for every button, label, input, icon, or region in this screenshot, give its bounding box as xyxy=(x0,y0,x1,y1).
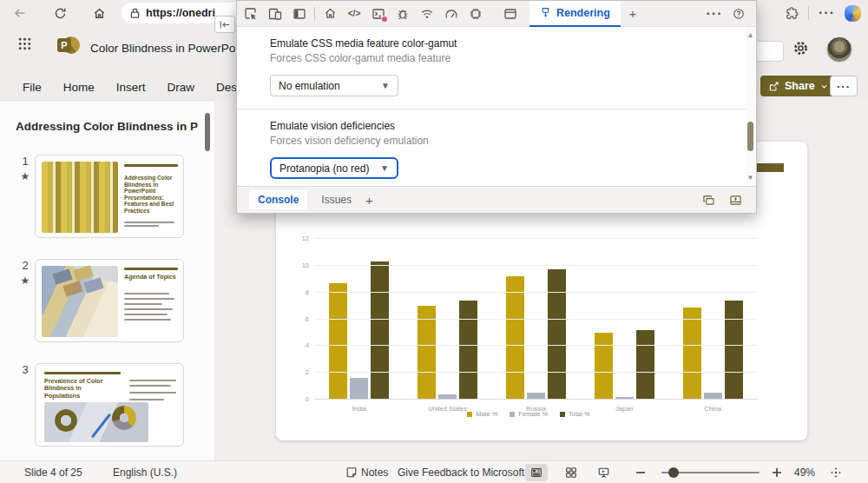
bar-total-india[interactable] xyxy=(371,261,389,400)
scroll-up-icon[interactable]: ▲ xyxy=(746,31,755,39)
legend-item: Female % xyxy=(510,410,548,418)
share-label: Share xyxy=(785,80,815,92)
collapse-panel-button[interactable] xyxy=(214,16,235,33)
notes-icon[interactable] xyxy=(344,464,359,481)
fit-to-window-icon[interactable] xyxy=(825,464,847,481)
bar-male-russia[interactable] xyxy=(506,276,524,400)
language-label[interactable]: English (U.S.) xyxy=(113,466,177,479)
welcome-home-icon[interactable] xyxy=(318,2,342,26)
refresh-icon[interactable] xyxy=(50,3,69,23)
issues-drawer-tab[interactable]: Issues xyxy=(321,194,352,206)
ribbon-more-button[interactable]: ··· xyxy=(830,76,858,96)
rendering-tab-label: Rendering xyxy=(556,7,610,19)
gridline xyxy=(315,238,757,239)
zoom-in-icon[interactable] xyxy=(766,464,788,481)
section-title: Emulate vision deficiencies xyxy=(270,120,746,132)
section-subtitle: Forces vision deficiency emulation xyxy=(270,135,746,147)
y-axis-tick: 8 xyxy=(306,288,309,296)
status-bar: Slide 4 of 25 English (U.S.) Notes Give … xyxy=(0,460,868,483)
new-tab-plus-icon[interactable]: + xyxy=(621,2,645,26)
dock-side-icon[interactable] xyxy=(287,2,312,26)
bar-group[interactable]: India xyxy=(329,239,390,400)
document-title[interactable]: Color Blindness in PowerPo xyxy=(90,42,235,55)
legend-item: Total % xyxy=(560,410,590,418)
devtools-toolbar: </> Rendering + ··· xyxy=(237,1,756,27)
bar-male-japan[interactable] xyxy=(595,333,613,400)
bar-group[interactable]: China xyxy=(682,239,743,400)
user-avatar[interactable] xyxy=(826,36,852,63)
normal-view-icon[interactable] xyxy=(525,464,548,481)
bar-female-india[interactable] xyxy=(350,378,368,400)
notes-button[interactable]: Notes xyxy=(361,466,388,479)
bar-male-china[interactable] xyxy=(683,308,701,400)
undock-drawer-icon[interactable] xyxy=(702,195,715,206)
menu-draw[interactable]: Draw xyxy=(168,81,195,94)
expand-drawer-icon[interactable] xyxy=(729,195,742,206)
y-axis-tick: 10 xyxy=(302,261,309,269)
menu-insert[interactable]: Insert xyxy=(116,81,146,94)
settings-gear-icon[interactable] xyxy=(792,40,809,56)
share-button[interactable]: Share xyxy=(760,76,836,96)
slide-thumbnail-2[interactable]: Agenda of Topics xyxy=(35,259,184,342)
device-emulation-icon[interactable] xyxy=(263,2,287,26)
copilot-icon[interactable] xyxy=(845,5,861,22)
drawer-plus-icon[interactable]: + xyxy=(365,193,373,208)
y-axis-tick: 12 xyxy=(302,235,309,242)
inspect-icon[interactable] xyxy=(239,2,263,26)
scroll-down-icon[interactable]: ▼ xyxy=(746,174,755,182)
zoom-level[interactable]: 49% xyxy=(794,466,815,479)
bar-male-united-states[interactable] xyxy=(418,306,436,400)
devtools-more-icon[interactable]: ··· xyxy=(702,2,727,26)
console-icon[interactable] xyxy=(366,2,391,26)
console-error-badge xyxy=(381,16,388,23)
color-gamut-select[interactable]: No emulation ▼ xyxy=(270,75,398,96)
network-icon[interactable] xyxy=(415,2,439,26)
bar-male-india[interactable] xyxy=(329,283,347,400)
slide-thumbnail-3[interactable]: Prevalence of Color Blindness in Populat… xyxy=(35,363,184,447)
slide-number: 2 xyxy=(17,259,33,272)
scrollbar-thumb[interactable] xyxy=(747,122,753,151)
devtools-scrollbar[interactable]: ▲ ▼ xyxy=(746,28,755,185)
bar-total-japan[interactable] xyxy=(636,330,654,400)
elements-icon[interactable]: </> xyxy=(342,2,366,26)
toolbar-divider xyxy=(808,6,809,20)
bar-total-china[interactable] xyxy=(725,301,743,400)
application-storage-icon[interactable] xyxy=(498,2,523,26)
legend-swatch xyxy=(560,412,565,417)
vision-deficiency-select[interactable]: Protanopia (no red) ▼ xyxy=(270,157,398,179)
rendering-tab[interactable]: Rendering xyxy=(529,1,621,27)
browser-more-icon[interactable]: ··· xyxy=(819,5,835,21)
back-icon[interactable] xyxy=(10,3,30,23)
devtools-window: </> Rendering + ··· Emulate xyxy=(236,0,757,214)
bar-total-russia[interactable] xyxy=(548,269,566,400)
bar-group[interactable]: Japan xyxy=(594,239,654,400)
bar-total-united-states[interactable] xyxy=(459,301,477,400)
bar-chart[interactable]: IndiaUnited StatesRussiaJapanChina 02468… xyxy=(315,239,757,400)
zoom-out-icon[interactable] xyxy=(629,464,652,481)
slide-number: 1 xyxy=(17,155,33,168)
app-launcher-waffle-icon[interactable] xyxy=(17,36,32,51)
search-input[interactable] xyxy=(754,41,784,62)
issues-bug-icon[interactable] xyxy=(391,2,415,26)
bar-group[interactable]: United States xyxy=(418,239,478,400)
memory-chip-icon[interactable] xyxy=(464,2,488,26)
extensions-icon[interactable] xyxy=(786,7,799,20)
menu-file[interactable]: File xyxy=(23,81,42,94)
feedback-link[interactable]: Give Feedback to Microsoft xyxy=(398,466,524,479)
performance-icon[interactable] xyxy=(439,2,464,26)
home-icon[interactable] xyxy=(89,3,108,23)
slideshow-view-icon[interactable] xyxy=(592,464,615,481)
zoom-slider-thumb[interactable] xyxy=(668,467,679,478)
console-drawer-tab[interactable]: Console xyxy=(249,190,307,209)
devtools-help-icon[interactable] xyxy=(727,2,751,26)
lock-icon xyxy=(130,8,140,18)
slide-sorter-view-icon[interactable] xyxy=(560,464,582,481)
slide-thumbnail-panel: Addressing Color Blindness in P 1 ★ Addr… xyxy=(0,100,214,460)
select-caret-icon: ▼ xyxy=(381,81,390,90)
bar-group[interactable]: Russia xyxy=(505,239,566,400)
panel-scrollbar[interactable] xyxy=(205,113,210,151)
menu-home[interactable]: Home xyxy=(63,81,95,94)
slide-count[interactable]: Slide 4 of 25 xyxy=(24,466,82,479)
slide-thumbnail-1[interactable]: Addressing Color Blindness in PowerPoint… xyxy=(35,155,184,238)
gridline xyxy=(315,372,757,373)
